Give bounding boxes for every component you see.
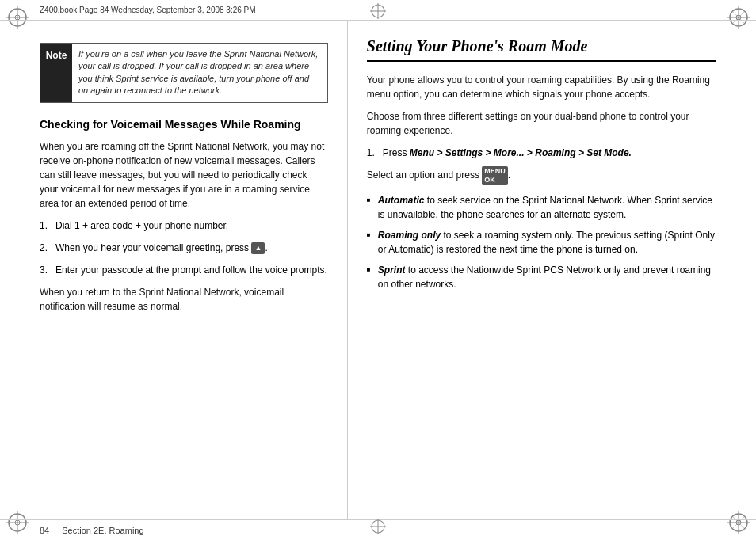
sprint-icon: ▲: [251, 242, 265, 255]
right-body-1: Your phone allows you to control your ro…: [367, 73, 716, 101]
menu-key-icon: MENUOK: [482, 166, 508, 185]
bullet-item-3: Sprint to access the Nationwide Sprint P…: [367, 263, 716, 291]
step-1-text: Dial 1 + area code + your phone number.: [55, 219, 228, 233]
right-column: Setting Your Phone's Roam Mode Your phon…: [348, 21, 756, 519]
bullet-3-bold: Sprint: [378, 264, 406, 276]
page-content: Note If you're on a call when you leave …: [0, 21, 756, 519]
header-text: Z400.book Page 84 Wednesday, September 3…: [40, 6, 256, 14]
left-section-heading: Checking for Voicemail Messages While Ro…: [40, 117, 328, 131]
note-text: If you're on a call when you leave the S…: [72, 44, 327, 102]
left-body-1: When you are roaming off the Sprint Nati…: [40, 139, 328, 211]
select-instruction: Select an option and press MENUOK.: [367, 166, 716, 185]
bullet-item-2: Roaming only to seek a roaming system on…: [367, 228, 716, 257]
footer-section: Section 2E. Roaming: [62, 526, 143, 535]
right-step-1-content: Press Menu > Settings > More... > Roamin…: [383, 146, 632, 160]
bullet-3-text: to access the Nationwide Sprint PCS Netw…: [378, 264, 711, 290]
bullet-2-bold: Roaming only: [378, 230, 441, 241]
step-3-text: Enter your passcode at the prompt and fo…: [55, 263, 327, 277]
header-bar: Z400.book Page 84 Wednesday, September 3…: [0, 0, 756, 21]
note-label: Note: [40, 44, 72, 102]
left-column: Note If you're on a call when you leave …: [0, 21, 348, 519]
right-body-2: Choose from three different settings on …: [367, 109, 716, 138]
bullet-1-text: to seek service on the Sprint National N…: [378, 195, 712, 220]
bullet-1-bold: Automatic: [378, 195, 425, 206]
right-step-1-num: 1.: [367, 146, 383, 160]
right-heading-text: Setting Your Phone's Roam Mode: [367, 37, 588, 55]
left-body-2: When you return to the Sprint National N…: [40, 285, 328, 314]
step-1: 1. Dial 1 + area code + your phone numbe…: [40, 219, 328, 233]
footer-page-num: 84: [40, 526, 49, 535]
note-box: Note If you're on a call when you leave …: [40, 43, 328, 103]
step-2: 2. When you hear your voicemail greeting…: [40, 241, 328, 255]
menu-path: Menu > Settings > More... > Roaming > Se…: [410, 147, 632, 158]
step-2-num: 2.: [40, 241, 55, 255]
step-3: 3. Enter your passcode at the prompt and…: [40, 263, 328, 277]
right-step-1: 1. Press Menu > Settings > More... > Roa…: [367, 146, 716, 160]
step-2-text: When you hear your voicemail greeting, p…: [55, 241, 268, 255]
bullet-list: Automatic to seek service on the Sprint …: [367, 193, 716, 291]
bullet-item-1: Automatic to seek service on the Sprint …: [367, 193, 716, 222]
bottom-center-mark: [370, 519, 386, 537]
step-1-num: 1.: [40, 219, 55, 233]
step-3-num: 3.: [40, 263, 55, 277]
right-heading: Setting Your Phone's Roam Mode: [367, 36, 716, 62]
